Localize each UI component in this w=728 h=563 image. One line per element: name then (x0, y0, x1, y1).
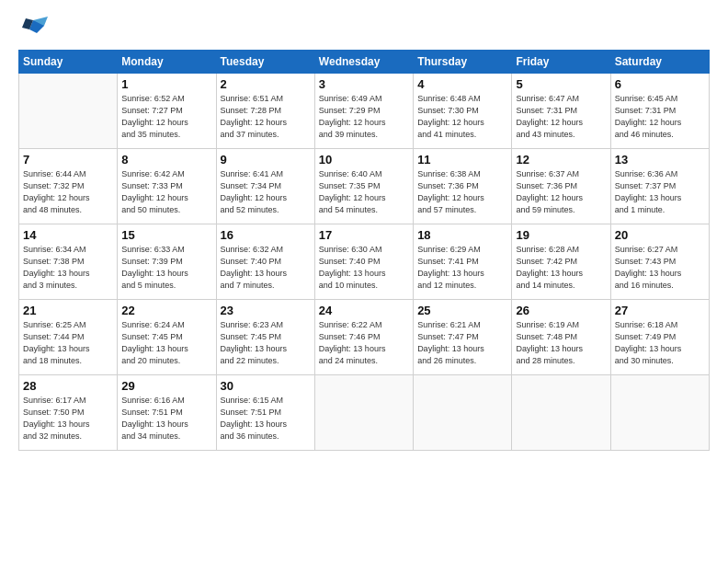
calendar-cell: 12Sunrise: 6:37 AM Sunset: 7:36 PM Dayli… (512, 149, 610, 224)
day-info: Sunrise: 6:44 AM Sunset: 7:32 PM Dayligh… (23, 168, 113, 216)
day-info: Sunrise: 6:37 AM Sunset: 7:36 PM Dayligh… (516, 168, 606, 216)
calendar-cell: 22Sunrise: 6:24 AM Sunset: 7:45 PM Dayli… (118, 300, 216, 375)
day-number: 12 (516, 153, 606, 167)
day-info: Sunrise: 6:51 AM Sunset: 7:28 PM Dayligh… (221, 93, 311, 141)
calendar-header-saturday: Saturday (610, 51, 709, 74)
day-info: Sunrise: 6:15 AM Sunset: 7:51 PM Dayligh… (221, 395, 311, 442)
logo (18, 17, 50, 42)
day-info: Sunrise: 6:45 AM Sunset: 7:31 PM Dayligh… (615, 93, 705, 141)
calendar-cell: 23Sunrise: 6:23 AM Sunset: 7:45 PM Dayli… (216, 300, 314, 375)
calendar-cell (19, 74, 118, 149)
day-info: Sunrise: 6:16 AM Sunset: 7:51 PM Dayligh… (121, 395, 211, 442)
day-number: 5 (516, 77, 606, 91)
calendar-cell: 29Sunrise: 6:16 AM Sunset: 7:51 PM Dayli… (118, 375, 216, 451)
day-info: Sunrise: 6:28 AM Sunset: 7:42 PM Dayligh… (516, 244, 606, 292)
calendar-cell: 16Sunrise: 6:32 AM Sunset: 7:40 PM Dayli… (216, 224, 314, 300)
calendar-header-monday: Monday (118, 51, 216, 74)
calendar-cell: 15Sunrise: 6:33 AM Sunset: 7:39 PM Dayli… (118, 224, 216, 300)
calendar-header-tuesday: Tuesday (216, 51, 314, 74)
calendar-cell: 6Sunrise: 6:45 AM Sunset: 7:31 PM Daylig… (610, 74, 709, 149)
day-info: Sunrise: 6:40 AM Sunset: 7:35 PM Dayligh… (319, 168, 409, 216)
day-number: 14 (23, 228, 113, 242)
calendar-cell: 9Sunrise: 6:41 AM Sunset: 7:34 PM Daylig… (216, 149, 314, 224)
calendar-cell: 1Sunrise: 6:52 AM Sunset: 7:27 PM Daylig… (118, 74, 216, 149)
day-number: 16 (221, 228, 311, 242)
calendar-cell (610, 375, 709, 451)
day-info: Sunrise: 6:38 AM Sunset: 7:36 PM Dayligh… (417, 168, 507, 216)
calendar-cell: 30Sunrise: 6:15 AM Sunset: 7:51 PM Dayli… (216, 375, 314, 451)
day-info: Sunrise: 6:32 AM Sunset: 7:40 PM Dayligh… (221, 244, 311, 292)
calendar-cell: 4Sunrise: 6:48 AM Sunset: 7:30 PM Daylig… (414, 74, 512, 149)
calendar-cell: 20Sunrise: 6:27 AM Sunset: 7:43 PM Dayli… (610, 224, 709, 300)
calendar-cell: 27Sunrise: 6:18 AM Sunset: 7:49 PM Dayli… (610, 300, 709, 375)
calendar-cell: 7Sunrise: 6:44 AM Sunset: 7:32 PM Daylig… (19, 149, 118, 224)
day-number: 22 (121, 304, 211, 317)
calendar-cell: 24Sunrise: 6:22 AM Sunset: 7:46 PM Dayli… (314, 300, 413, 375)
calendar-cell (314, 375, 413, 451)
day-info: Sunrise: 6:30 AM Sunset: 7:40 PM Dayligh… (319, 244, 409, 292)
day-number: 1 (121, 77, 211, 91)
calendar-cell: 8Sunrise: 6:42 AM Sunset: 7:33 PM Daylig… (118, 149, 216, 224)
day-info: Sunrise: 6:21 AM Sunset: 7:47 PM Dayligh… (417, 319, 507, 367)
calendar-cell (512, 375, 610, 451)
calendar-cell: 28Sunrise: 6:17 AM Sunset: 7:50 PM Dayli… (19, 375, 118, 451)
day-info: Sunrise: 6:49 AM Sunset: 7:29 PM Dayligh… (319, 93, 409, 141)
calendar-cell: 13Sunrise: 6:36 AM Sunset: 7:37 PM Dayli… (610, 149, 709, 224)
page: SundayMondayTuesdayWednesdayThursdayFrid… (0, 0, 728, 563)
day-number: 3 (319, 77, 409, 91)
day-number: 11 (417, 153, 507, 167)
header (18, 17, 710, 42)
day-info: Sunrise: 6:36 AM Sunset: 7:37 PM Dayligh… (615, 168, 705, 216)
calendar-cell: 2Sunrise: 6:51 AM Sunset: 7:28 PM Daylig… (216, 74, 314, 149)
day-info: Sunrise: 6:48 AM Sunset: 7:30 PM Dayligh… (417, 93, 507, 141)
day-number: 20 (615, 228, 705, 242)
day-info: Sunrise: 6:24 AM Sunset: 7:45 PM Dayligh… (121, 319, 211, 367)
day-number: 19 (516, 228, 606, 242)
calendar-cell: 25Sunrise: 6:21 AM Sunset: 7:47 PM Dayli… (414, 300, 512, 375)
day-number: 10 (319, 153, 409, 167)
day-number: 9 (221, 153, 311, 167)
day-info: Sunrise: 6:23 AM Sunset: 7:45 PM Dayligh… (221, 319, 311, 367)
calendar-cell: 26Sunrise: 6:19 AM Sunset: 7:48 PM Dayli… (512, 300, 610, 375)
day-number: 7 (23, 153, 113, 167)
calendar-header-wednesday: Wednesday (314, 51, 413, 74)
day-number: 23 (221, 304, 311, 317)
calendar-table: SundayMondayTuesdayWednesdayThursdayFrid… (18, 50, 710, 451)
calendar-cell: 5Sunrise: 6:47 AM Sunset: 7:31 PM Daylig… (512, 74, 610, 149)
day-info: Sunrise: 6:18 AM Sunset: 7:49 PM Dayligh… (615, 319, 705, 367)
day-number: 25 (417, 304, 507, 317)
calendar-cell: 19Sunrise: 6:28 AM Sunset: 7:42 PM Dayli… (512, 224, 610, 300)
day-info: Sunrise: 6:33 AM Sunset: 7:39 PM Dayligh… (121, 244, 211, 292)
day-number: 15 (121, 228, 211, 242)
calendar-cell: 21Sunrise: 6:25 AM Sunset: 7:44 PM Dayli… (19, 300, 118, 375)
day-number: 2 (221, 77, 311, 91)
calendar-header-row: SundayMondayTuesdayWednesdayThursdayFrid… (19, 51, 710, 74)
calendar-header-sunday: Sunday (19, 51, 118, 74)
day-info: Sunrise: 6:22 AM Sunset: 7:46 PM Dayligh… (319, 319, 409, 367)
calendar-header-friday: Friday (512, 51, 610, 74)
calendar-header-thursday: Thursday (414, 51, 512, 74)
day-number: 30 (221, 379, 311, 393)
day-number: 17 (319, 228, 409, 242)
day-number: 29 (121, 379, 211, 393)
day-number: 27 (615, 304, 705, 317)
day-info: Sunrise: 6:29 AM Sunset: 7:41 PM Dayligh… (417, 244, 507, 292)
day-number: 4 (417, 77, 507, 91)
calendar-cell: 17Sunrise: 6:30 AM Sunset: 7:40 PM Dayli… (314, 224, 413, 300)
calendar-cell (414, 375, 512, 451)
day-info: Sunrise: 6:19 AM Sunset: 7:48 PM Dayligh… (516, 319, 606, 367)
day-number: 6 (615, 77, 705, 91)
day-number: 24 (319, 304, 409, 317)
calendar-cell: 14Sunrise: 6:34 AM Sunset: 7:38 PM Dayli… (19, 224, 118, 300)
calendar-cell: 10Sunrise: 6:40 AM Sunset: 7:35 PM Dayli… (314, 149, 413, 224)
day-number: 18 (417, 228, 507, 242)
day-number: 28 (23, 379, 113, 393)
day-number: 13 (615, 153, 705, 167)
day-info: Sunrise: 6:25 AM Sunset: 7:44 PM Dayligh… (23, 319, 113, 367)
day-info: Sunrise: 6:47 AM Sunset: 7:31 PM Dayligh… (516, 93, 606, 141)
day-number: 8 (121, 153, 211, 167)
day-info: Sunrise: 6:42 AM Sunset: 7:33 PM Dayligh… (121, 168, 211, 216)
day-info: Sunrise: 6:52 AM Sunset: 7:27 PM Dayligh… (121, 93, 211, 141)
calendar-cell: 18Sunrise: 6:29 AM Sunset: 7:41 PM Dayli… (414, 224, 512, 300)
calendar-cell: 11Sunrise: 6:38 AM Sunset: 7:36 PM Dayli… (414, 149, 512, 224)
